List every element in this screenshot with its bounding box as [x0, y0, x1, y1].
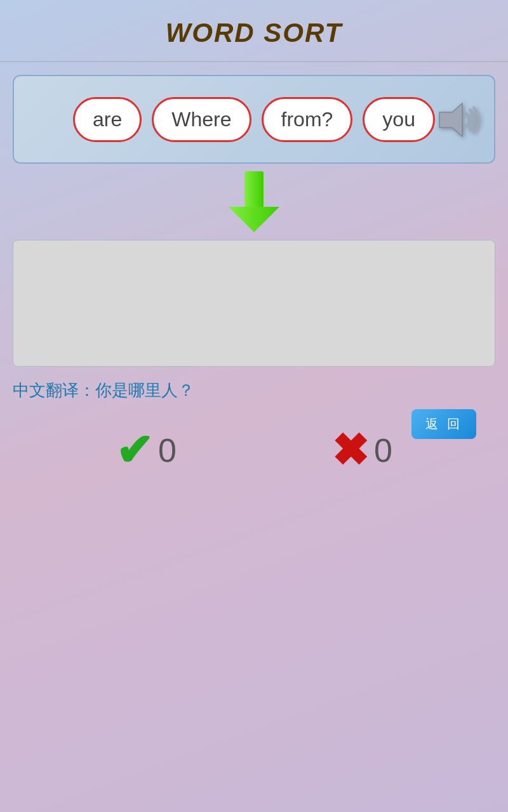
- down-arrow-icon: [225, 170, 283, 233]
- translation-text: 你是哪里人？: [95, 381, 194, 400]
- svg-rect-1: [244, 171, 264, 208]
- speaker-button[interactable]: [432, 102, 483, 146]
- word-bank: are Where from? you: [13, 75, 495, 164]
- xmark-icon: ✖: [331, 428, 369, 473]
- incorrect-score: ✖ 0: [331, 428, 392, 473]
- speaker-icon: [434, 101, 480, 147]
- word-tile-from[interactable]: from?: [262, 97, 353, 142]
- svg-marker-2: [229, 207, 279, 232]
- incorrect-count: 0: [374, 431, 392, 469]
- translation-line: 中文翻译：你是哪里人？: [13, 379, 495, 402]
- word-tile-where[interactable]: Where: [152, 97, 251, 142]
- translation-label: 中文翻译：: [13, 381, 95, 400]
- arrow-container: [0, 170, 508, 233]
- word-tile-you[interactable]: you: [363, 97, 435, 142]
- correct-count: 0: [158, 431, 177, 469]
- svg-marker-0: [439, 103, 462, 136]
- word-tile-are[interactable]: are: [73, 97, 142, 142]
- header-divider: [0, 61, 508, 62]
- checkmark-icon: ✔: [116, 428, 153, 473]
- correct-score: ✔ 0: [116, 428, 177, 473]
- page-title: WORD SORT: [0, 0, 508, 61]
- answer-area[interactable]: [13, 240, 495, 367]
- back-button[interactable]: 返 回: [411, 409, 476, 439]
- score-row: ✔ 0 ✖ 0: [38, 428, 470, 473]
